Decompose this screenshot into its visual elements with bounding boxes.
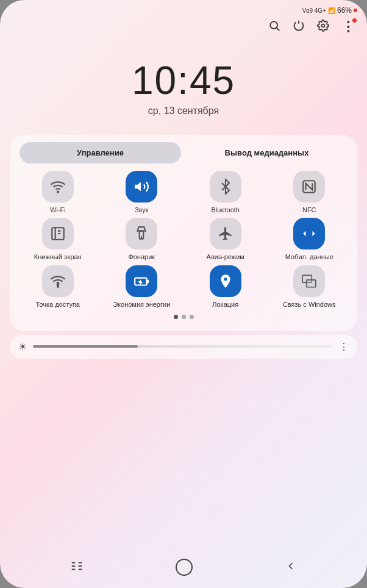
clock-area: 10:45 ср, 13 сентября — [0, 40, 367, 129]
clock-time: 10:45 — [132, 58, 235, 103]
power-button[interactable] — [293, 20, 305, 35]
wifi-icon — [50, 179, 66, 195]
mobile-data-label: Мобил. данные — [285, 253, 333, 261]
dot-3 — [190, 315, 194, 319]
brightness-row[interactable]: ☀ ⋮ — [10, 335, 357, 359]
mobile-data-icon — [301, 226, 317, 242]
toggle-grid: Wi-Fi Звук Bluetooth — [15, 171, 352, 309]
toggle-sound[interactable]: Звук — [101, 171, 183, 214]
nav-back-button[interactable] — [70, 559, 84, 576]
windows-icon — [301, 273, 317, 289]
sound-label: Звук — [135, 206, 149, 214]
control-panel: Управление Вывод медиаданных Wi-Fi — [10, 135, 357, 331]
toggle-battery-saver[interactable]: Экономия энергии — [101, 265, 183, 309]
flashlight-icon — [134, 226, 149, 242]
nav-recents-icon — [285, 560, 297, 572]
settings-icon — [317, 20, 329, 32]
airplane-icon-bg — [210, 218, 241, 249]
battery-saver-icon — [134, 273, 149, 289]
hotspot-icon — [50, 273, 66, 289]
sound-icon — [134, 179, 149, 195]
airplane-icon — [218, 226, 233, 242]
tab-media[interactable]: Вывод медиаданных — [186, 142, 347, 163]
nfc-icon-bg — [293, 171, 325, 203]
toggle-bluetooth[interactable]: Bluetooth — [185, 171, 266, 214]
toggle-location[interactable]: Локация — [185, 265, 266, 309]
brightness-track[interactable] — [33, 345, 333, 348]
battery-dot — [354, 9, 357, 12]
svg-line-1 — [277, 28, 280, 31]
bluetooth-label: Bluetooth — [212, 206, 240, 214]
signal-bars: 📶 — [328, 7, 335, 14]
more-button[interactable]: ⋮ — [341, 20, 355, 34]
location-icon — [218, 273, 233, 289]
brightness-fill — [33, 345, 138, 348]
search-button[interactable] — [268, 20, 280, 35]
dot-2 — [182, 315, 186, 319]
toggle-mobile-data[interactable]: Мобил. данные — [269, 218, 351, 261]
svg-point-2 — [322, 24, 325, 27]
toggle-windows[interactable]: Связь с Windows — [269, 265, 351, 309]
brightness-more-icon[interactable]: ⋮ — [339, 341, 349, 353]
nav-home-button[interactable] — [176, 559, 193, 576]
battery-saver-label: Экономия энергии — [113, 300, 170, 309]
hotspot-icon-bg — [42, 265, 74, 297]
toggle-wifi[interactable]: Wi-Fi — [17, 171, 99, 214]
tab-control[interactable]: Управление — [20, 142, 181, 163]
flashlight-label: Фонарик — [128, 253, 155, 261]
nfc-label: NFC — [302, 206, 316, 214]
top-actions: ⋮ — [0, 17, 367, 40]
toggle-nfc[interactable]: NFC — [269, 171, 351, 214]
nfc-icon — [301, 179, 317, 195]
battery-level: 66% — [337, 6, 352, 15]
status-icons: Vo9 4G+ 📶 66% — [302, 6, 357, 15]
svg-point-3 — [57, 192, 59, 193]
phone-screen: Vo9 4G+ 📶 66% ⋮ 10:4 — [0, 0, 367, 588]
svg-point-0 — [270, 21, 277, 29]
flashlight-icon-bg — [126, 218, 157, 249]
wifi-icon-bg — [42, 171, 74, 203]
notification-dot — [352, 18, 357, 23]
reader-icon — [50, 226, 66, 242]
windows-icon-bg — [293, 265, 325, 297]
brightness-icon: ☀ — [18, 341, 27, 353]
location-label: Локация — [212, 300, 238, 309]
bluetooth-icon-bg — [210, 171, 241, 203]
svg-rect-9 — [57, 282, 59, 286]
status-bar: Vo9 4G+ 📶 66% — [0, 0, 367, 17]
dot-1 — [174, 315, 178, 319]
toggle-airplane[interactable]: Авиа-режим — [185, 218, 266, 261]
toggle-hotspot[interactable]: Точка доступа — [17, 265, 99, 309]
search-icon — [268, 20, 280, 32]
reader-label: Книжный экран — [34, 253, 82, 261]
reader-icon-bg — [42, 218, 74, 249]
toggle-flashlight[interactable]: Фонарик — [101, 218, 183, 261]
windows-label: Связь с Windows — [283, 300, 336, 309]
svg-rect-12 — [307, 279, 316, 287]
nav-bar — [0, 551, 367, 588]
nav-back-icon — [70, 559, 84, 573]
wifi-label: Wi-Fi — [50, 206, 66, 214]
airplane-label: Авиа-режим — [207, 253, 244, 261]
hotspot-label: Точка доступа — [36, 300, 80, 309]
power-icon — [293, 20, 305, 32]
battery-saver-icon-bg — [126, 265, 157, 297]
signal-info: Vo9 4G+ — [302, 7, 326, 14]
svg-point-8 — [57, 285, 59, 287]
location-icon-bg — [210, 265, 241, 297]
clock-date: ср, 13 сентября — [148, 106, 219, 117]
nav-recents-button[interactable] — [285, 560, 297, 575]
toggle-reader[interactable]: Книжный экран — [17, 218, 99, 261]
mobile-data-icon-bg — [293, 218, 325, 249]
page-dots — [15, 309, 352, 323]
sound-icon-bg — [126, 171, 157, 203]
settings-button[interactable] — [317, 20, 329, 35]
bluetooth-icon — [218, 179, 233, 195]
tab-row: Управление Вывод медиаданных — [15, 142, 352, 171]
